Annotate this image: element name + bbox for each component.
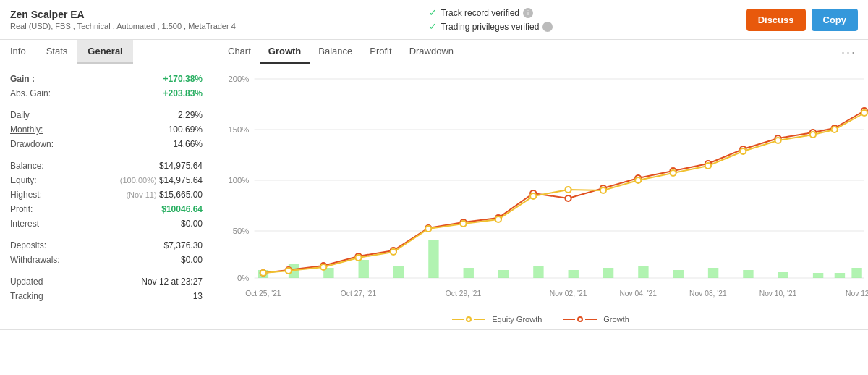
equity-growth-label: Equity Growth [492, 315, 542, 324]
equity-row: Equity: (100.00%) $14,975.64 [10, 173, 203, 188]
svg-point-62 [740, 148, 746, 154]
chart-more-button[interactable]: ··· [835, 43, 862, 62]
svg-point-56 [530, 193, 536, 199]
chart-tab-profit[interactable]: Profit [361, 40, 400, 64]
info-icon-2[interactable]: i [542, 22, 553, 32]
growth-label: Growth [603, 315, 629, 324]
growth-line [263, 111, 864, 273]
check-icon-1: ✓ [429, 7, 437, 18]
svg-text:Oct 27, '21: Oct 27, '21 [341, 290, 377, 298]
svg-rect-20 [603, 268, 613, 278]
header-actions: Discuss Copy [746, 9, 858, 31]
abs-gain-row: Abs. Gain: +203.83% [10, 86, 203, 101]
svg-text:Nov 02, '21: Nov 02, '21 [550, 290, 587, 298]
header: Zen Scalper EA Real (USD), FBS , Technic… [0, 0, 868, 40]
svg-point-54 [460, 221, 466, 227]
monthly-value: 100.69% [169, 125, 203, 135]
svg-point-53 [425, 226, 431, 232]
info-icon-1[interactable]: i [523, 8, 533, 18]
verified-section: ✓ Track record verified i ✓ Trading priv… [429, 7, 553, 32]
svg-text:Nov 04, '21: Nov 04, '21 [619, 290, 657, 298]
drawdown-label: Drawdown: [10, 139, 54, 149]
right-panel: Chart Growth Balance Profit Drawdown ···… [213, 40, 868, 329]
svg-rect-18 [533, 266, 543, 278]
svg-point-61 [705, 163, 711, 169]
svg-rect-13 [359, 260, 369, 278]
gain-row: Gain : +170.38% [10, 72, 203, 86]
main-content: Info Stats General Gain : +170.38% Abs. … [0, 40, 868, 330]
svg-text:200%: 200% [228, 75, 249, 83]
svg-point-49 [286, 268, 292, 274]
svg-text:Nov 10, '21: Nov 10, '21 [760, 290, 797, 298]
svg-rect-16 [464, 268, 474, 278]
svg-text:150%: 150% [228, 125, 249, 134]
chart-area: 200% 150% 100% 50% 0% [213, 64, 868, 329]
svg-point-60 [670, 170, 676, 176]
svg-rect-25 [778, 272, 788, 278]
interest-row: Interest $0.00 [10, 216, 203, 231]
svg-point-59 [635, 177, 641, 183]
svg-rect-27 [835, 273, 845, 278]
tracking-value: 13 [193, 291, 203, 301]
track-record-verified: ✓ Track record verified i [429, 7, 553, 18]
svg-text:Nov 12, '21: Nov 12, '21 [846, 290, 868, 298]
chart-tab-drawdown[interactable]: Drawdown [401, 40, 462, 64]
svg-text:Oct 25, '21: Oct 25, '21 [245, 290, 281, 298]
profit-row: Profit: $10046.64 [10, 202, 203, 216]
gain-label: Gain : [10, 74, 35, 84]
svg-point-63 [775, 138, 780, 143]
highest-label: Highest: [10, 190, 42, 200]
abs-gain-label: Abs. Gain: [10, 88, 51, 98]
deposits-label: Deposits: [10, 240, 46, 250]
withdrawals-row: Withdrawals: $0.00 [10, 253, 203, 267]
stats-panel: Gain : +170.38% Abs. Gain: +203.83% Dail… [0, 64, 213, 311]
deposits-row: Deposits: $7,376.30 [10, 238, 203, 253]
svg-rect-23 [708, 268, 718, 278]
svg-point-52 [391, 249, 396, 255]
gain-value: +170.38% [163, 74, 203, 84]
svg-rect-28 [851, 268, 861, 278]
chart-tab-growth[interactable]: Growth [260, 40, 310, 64]
svg-text:Nov 08, '21: Nov 08, '21 [689, 290, 727, 298]
abs-gain-value: +203.83% [163, 88, 203, 98]
svg-rect-26 [813, 273, 823, 278]
svg-rect-19 [569, 270, 579, 278]
left-panel: Info Stats General Gain : +170.38% Abs. … [0, 40, 213, 329]
growth-legend: Growth [563, 315, 629, 324]
trading-privileges-verified: ✓ Trading privileges verified i [429, 21, 553, 32]
svg-rect-21 [638, 266, 648, 278]
svg-point-51 [355, 255, 361, 261]
chart-tab-balance[interactable]: Balance [310, 40, 361, 64]
tab-info[interactable]: Info [0, 40, 36, 64]
svg-text:100%: 100% [228, 176, 249, 185]
svg-text:Oct 29, '21: Oct 29, '21 [446, 290, 482, 298]
highest-prefix: (Nov 11) [126, 190, 156, 199]
copy-button[interactable]: Copy [812, 9, 859, 31]
withdrawals-label: Withdrawals: [10, 255, 60, 265]
deposits-value: $7,376.30 [164, 240, 203, 250]
fbs-link[interactable]: FBS [55, 22, 70, 30]
monthly-label[interactable]: Monthly: [10, 125, 43, 135]
equity-growth-legend: Equity Growth [452, 315, 542, 324]
balance-label: Balance: [10, 161, 44, 171]
profit-label: Profit: [10, 204, 33, 214]
svg-text:0%: 0% [237, 274, 249, 282]
svg-rect-14 [393, 266, 404, 278]
interest-label: Interest [10, 219, 39, 229]
balance-value: $14,975.64 [159, 161, 203, 171]
svg-point-64 [810, 132, 816, 138]
chart-tab-chart[interactable]: Chart [219, 40, 260, 64]
header-left: Zen Scalper EA Real (USD), FBS , Technic… [10, 9, 236, 30]
tab-general[interactable]: General [77, 40, 132, 64]
header-subtitle: Real (USD), FBS , Technical , Automated … [10, 22, 236, 30]
updated-row: Updated Nov 12 at 23:27 [10, 274, 203, 289]
interest-value: $0.00 [181, 219, 203, 229]
tab-stats[interactable]: Stats [36, 40, 78, 64]
daily-value: 2.29% [178, 110, 203, 120]
highest-value: (Nov 11) $15,665.00 [126, 190, 203, 200]
withdrawals-value: $0.00 [181, 255, 203, 265]
svg-rect-17 [498, 270, 509, 278]
equity-line [263, 113, 864, 273]
svg-rect-24 [743, 270, 753, 278]
discuss-button[interactable]: Discuss [746, 9, 806, 31]
